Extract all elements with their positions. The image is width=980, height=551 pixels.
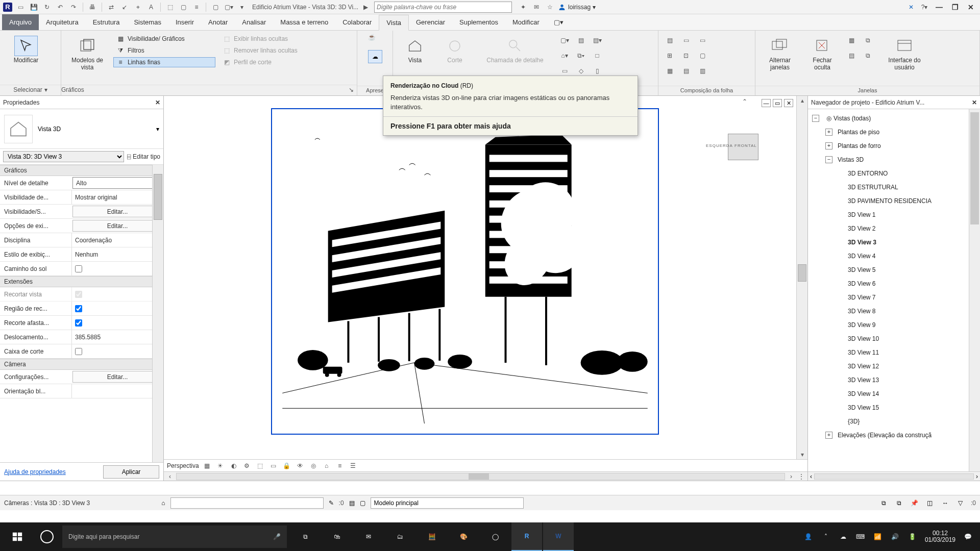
scope-box-icon[interactable]: □	[590, 49, 604, 62]
drafting-view-icon[interactable]: ▤	[574, 34, 588, 47]
minimize-button[interactable]: —	[933, 3, 946, 11]
wifi-icon[interactable]: 📶	[873, 532, 883, 542]
sol-value[interactable]	[71, 262, 163, 276]
hscroll-menu-icon[interactable]: ⋮	[797, 473, 805, 480]
node-elevacoes[interactable]: +Elevações (Elevação da construçã	[808, 428, 980, 442]
open-icon[interactable]: ▭	[15, 2, 26, 12]
text-icon[interactable]: A	[146, 2, 156, 12]
tab-file[interactable]: Arquivo	[2, 14, 39, 30]
cascade-icon[interactable]: ⧉	[861, 34, 875, 47]
desloc-value[interactable]: 385.5885	[71, 330, 163, 344]
tab-anotar[interactable]: Anotar	[201, 14, 235, 30]
view-templates-button[interactable]: Modelos de vista	[65, 34, 109, 71]
type-selector[interactable]: Vista 3D: 3D View 3	[3, 151, 124, 162]
edit-type-button[interactable]: ⌸Editar tipo	[127, 153, 160, 160]
close-hidden-button[interactable]: Fechar oculta	[804, 34, 840, 71]
temp-hide-icon[interactable]: 👁	[295, 461, 305, 470]
3d-view-button[interactable]: Vista	[397, 34, 433, 64]
view-3d-item[interactable]: 3D View 13	[808, 373, 980, 387]
node-vistas-3d[interactable]: −Vistas 3D	[808, 153, 980, 166]
3d-icon[interactable]: ⬚	[165, 2, 175, 12]
highlight-icon[interactable]: ☰	[348, 461, 358, 470]
tag-icon[interactable]: ⌖	[133, 2, 143, 12]
start-button[interactable]	[3, 522, 32, 551]
thin-lines-icon[interactable]: ≡	[191, 2, 202, 12]
duplicate-view-icon[interactable]: ⧉▾	[574, 49, 588, 62]
store-icon[interactable]: 🛍	[322, 522, 352, 551]
tab-analisar[interactable]: Analisar	[235, 14, 273, 30]
properties-family[interactable]: Vista 3D ▾	[0, 109, 163, 149]
tab-arquitetura[interactable]: Arquitetura	[39, 14, 86, 30]
sheet-issues-icon[interactable]: ▥	[695, 64, 709, 78]
viewcube[interactable]: ESQUERDA FRONTAL	[713, 129, 774, 165]
tab-colaborar[interactable]: Colaborar	[335, 14, 379, 30]
tab-gerenciar[interactable]: Gerenciar	[409, 14, 452, 30]
user-interface-button[interactable]: Interface do usuário	[879, 34, 930, 71]
filter-icon2[interactable]: ▽	[955, 498, 966, 508]
help-search-input[interactable]	[374, 2, 512, 13]
view-close-icon[interactable]: ✕	[784, 99, 793, 107]
browser-hscrollbar[interactable]: ‹ ›	[808, 471, 980, 481]
node-root[interactable]: −◎Vistas (todas)	[808, 111, 980, 125]
tab-vista[interactable]: Vista	[379, 15, 409, 31]
sun-path-icon[interactable]: ☀	[215, 461, 226, 470]
switch-windows-button[interactable]: Alternar janelas	[760, 34, 800, 71]
redo-icon[interactable]: ↷	[68, 2, 79, 12]
tray-up-icon[interactable]: ˄	[821, 532, 831, 542]
tab-massa[interactable]: Massa e terreno	[273, 14, 335, 30]
view-3d-item[interactable]: 3D View 8	[808, 304, 980, 318]
view-3d-item[interactable]: 3D View 3	[808, 235, 980, 249]
view-ref-icon[interactable]: ▢	[695, 49, 709, 62]
view-3d-item[interactable]: 3D View 4	[808, 249, 980, 263]
tab-inserir[interactable]: Inserir	[168, 14, 201, 30]
group-graficos[interactable]: Gráficos⌃	[0, 165, 163, 176]
cortana-icon[interactable]	[33, 522, 61, 551]
replicate-icon[interactable]: ⧉	[861, 49, 875, 62]
modify-button[interactable]: Modificar	[4, 34, 48, 64]
measure-icon[interactable]: ⇄	[106, 2, 116, 12]
view-menu-caret-icon[interactable]: ⌃	[742, 98, 747, 105]
view-3d-item[interactable]: 3D View 14	[808, 387, 980, 400]
exchange-icon[interactable]: ✕	[906, 2, 916, 12]
input-icon[interactable]: ⌨	[855, 532, 866, 542]
recorte-value[interactable]	[71, 316, 163, 330]
editable-only-icon[interactable]: ✎	[329, 499, 334, 507]
view-min-icon[interactable]: —	[762, 99, 771, 107]
render-dialog-icon[interactable]: ⚙	[242, 461, 252, 470]
worksets-icon[interactable]: ⌂	[161, 499, 165, 507]
caixa-value[interactable]	[71, 344, 163, 358]
design-options-icon[interactable]: ▤	[349, 499, 355, 507]
tab-extra-icon[interactable]: ▢▾	[547, 14, 571, 30]
filters-button[interactable]: ⧩Filtros	[113, 45, 215, 56]
apply-button[interactable]: Aplicar	[103, 465, 159, 479]
favorite-icon[interactable]: ☆	[545, 2, 555, 12]
select-underlay-icon[interactable]: ⧉	[894, 498, 904, 508]
onedrive-icon[interactable]: ☁	[838, 532, 848, 542]
undo-icon[interactable]: ↶	[55, 2, 65, 12]
print-icon[interactable]: 🖶	[87, 2, 97, 12]
workset-combo[interactable]	[170, 497, 324, 509]
properties-help-link[interactable]: Ajuda de propriedades	[4, 468, 66, 475]
cloud-render-button[interactable]: ☁	[368, 50, 382, 63]
select-face-icon[interactable]: ◫	[925, 498, 935, 508]
design-option-combo[interactable]: Modelo principal	[371, 497, 524, 509]
main-model-icon[interactable]: ▢	[360, 499, 365, 507]
family-dropdown-icon[interactable]: ▾	[156, 126, 159, 133]
view-3d-item[interactable]: 3D PAVIMENTO RESIDENCIA	[808, 194, 980, 208]
switch-windows-icon[interactable]: ▢▾	[224, 2, 234, 12]
properties-scrollbar[interactable]	[152, 165, 163, 462]
view-3d-item[interactable]: 3D View 12	[808, 359, 980, 373]
thin-lines-button[interactable]: ≡Linhas finas	[113, 57, 215, 67]
plan-view-icon[interactable]: ▢▾	[557, 34, 572, 47]
opcoes-edit-button[interactable]: Editar...	[72, 220, 162, 232]
paint-icon[interactable]: 🎨	[448, 522, 479, 551]
view-3d-item[interactable]: 3D View 1	[808, 208, 980, 221]
restore-button[interactable]: ❐	[949, 3, 962, 11]
view-3d-item[interactable]: 3D View 7	[808, 290, 980, 304]
nivel-detalhe-value[interactable]: Alto	[72, 177, 162, 189]
view-3d-item[interactable]: 3D View 11	[808, 345, 980, 359]
elevation-icon[interactable]: ⌂▾	[557, 49, 572, 62]
node-plantas-forro[interactable]: +Plantas de forro	[808, 139, 980, 153]
tile-icon[interactable]: ▦	[844, 34, 859, 47]
orient-value[interactable]	[71, 384, 163, 398]
